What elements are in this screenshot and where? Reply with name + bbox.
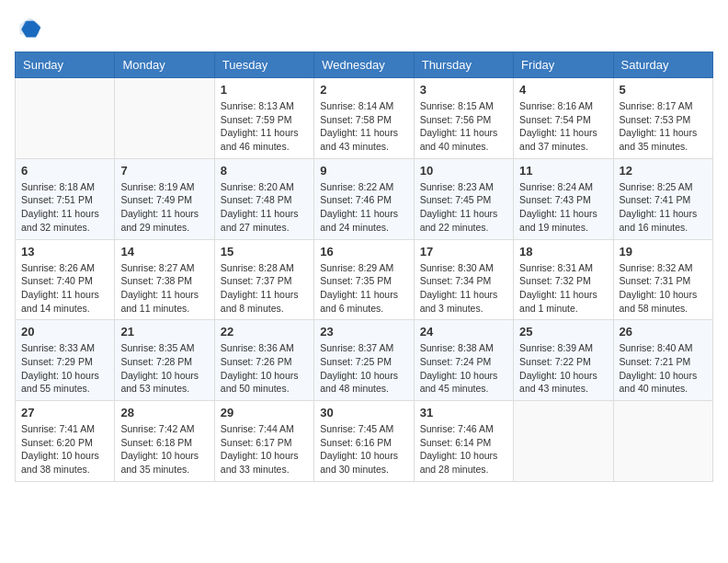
calendar-cell: 29Sunrise: 7:44 AM Sunset: 6:17 PM Dayli… bbox=[214, 401, 313, 482]
day-info: Sunrise: 8:31 AM Sunset: 7:32 PM Dayligh… bbox=[519, 261, 607, 316]
day-info: Sunrise: 8:14 AM Sunset: 7:58 PM Dayligh… bbox=[320, 99, 407, 154]
calendar-cell: 7Sunrise: 8:19 AM Sunset: 7:49 PM Daylig… bbox=[115, 158, 214, 239]
calendar-cell: 20Sunrise: 8:33 AM Sunset: 7:29 PM Dayli… bbox=[16, 320, 115, 401]
calendar-cell bbox=[16, 78, 115, 159]
calendar-cell: 4Sunrise: 8:16 AM Sunset: 7:54 PM Daylig… bbox=[514, 78, 613, 159]
day-info: Sunrise: 8:35 AM Sunset: 7:28 PM Dayligh… bbox=[120, 341, 208, 396]
calendar-cell: 30Sunrise: 7:45 AM Sunset: 6:16 PM Dayli… bbox=[314, 401, 414, 482]
calendar-week-row: 1Sunrise: 8:13 AM Sunset: 7:59 PM Daylig… bbox=[16, 78, 713, 159]
calendar-cell: 16Sunrise: 8:29 AM Sunset: 7:35 PM Dayli… bbox=[314, 239, 414, 320]
calendar-cell: 6Sunrise: 8:18 AM Sunset: 7:51 PM Daylig… bbox=[16, 158, 115, 239]
calendar-cell: 3Sunrise: 8:15 AM Sunset: 7:56 PM Daylig… bbox=[414, 78, 513, 159]
calendar-week-row: 20Sunrise: 8:33 AM Sunset: 7:29 PM Dayli… bbox=[16, 320, 713, 401]
day-info: Sunrise: 8:24 AM Sunset: 7:43 PM Dayligh… bbox=[519, 180, 607, 235]
calendar-cell: 12Sunrise: 8:25 AM Sunset: 7:41 PM Dayli… bbox=[613, 158, 712, 239]
calendar-table: SundayMondayTuesdayWednesdayThursdayFrid… bbox=[15, 52, 713, 482]
day-info: Sunrise: 7:46 AM Sunset: 6:14 PM Dayligh… bbox=[420, 422, 507, 477]
day-number: 27 bbox=[21, 406, 108, 419]
day-number: 28 bbox=[120, 406, 208, 419]
day-number: 20 bbox=[21, 325, 108, 339]
calendar-week-row: 13Sunrise: 8:26 AM Sunset: 7:40 PM Dayli… bbox=[16, 239, 713, 320]
day-info: Sunrise: 7:41 AM Sunset: 6:20 PM Dayligh… bbox=[21, 422, 108, 477]
calendar-cell: 31Sunrise: 7:46 AM Sunset: 6:14 PM Dayli… bbox=[414, 401, 513, 482]
calendar-cell: 5Sunrise: 8:17 AM Sunset: 7:53 PM Daylig… bbox=[613, 78, 712, 159]
column-header-wednesday: Wednesday bbox=[314, 52, 414, 78]
calendar-cell bbox=[115, 78, 214, 159]
day-info: Sunrise: 8:33 AM Sunset: 7:29 PM Dayligh… bbox=[21, 341, 108, 396]
column-header-saturday: Saturday bbox=[613, 52, 712, 78]
day-number: 5 bbox=[620, 83, 707, 97]
calendar-cell: 18Sunrise: 8:31 AM Sunset: 7:32 PM Dayli… bbox=[514, 239, 613, 320]
day-info: Sunrise: 8:29 AM Sunset: 7:35 PM Dayligh… bbox=[320, 261, 407, 316]
day-number: 4 bbox=[519, 83, 607, 97]
day-info: Sunrise: 7:45 AM Sunset: 6:16 PM Dayligh… bbox=[320, 422, 407, 477]
day-number: 2 bbox=[320, 83, 407, 97]
day-info: Sunrise: 8:25 AM Sunset: 7:41 PM Dayligh… bbox=[620, 180, 707, 235]
day-number: 25 bbox=[519, 325, 607, 339]
day-info: Sunrise: 7:42 AM Sunset: 6:18 PM Dayligh… bbox=[120, 422, 208, 477]
day-number: 11 bbox=[519, 164, 607, 178]
day-number: 3 bbox=[420, 83, 507, 97]
day-number: 7 bbox=[120, 164, 208, 178]
day-info: Sunrise: 8:32 AM Sunset: 7:31 PM Dayligh… bbox=[620, 261, 707, 316]
day-info: Sunrise: 8:36 AM Sunset: 7:26 PM Dayligh… bbox=[221, 341, 308, 396]
calendar-week-row: 6Sunrise: 8:18 AM Sunset: 7:51 PM Daylig… bbox=[16, 158, 713, 239]
day-info: Sunrise: 8:19 AM Sunset: 7:49 PM Dayligh… bbox=[120, 180, 208, 235]
calendar-cell: 1Sunrise: 8:13 AM Sunset: 7:59 PM Daylig… bbox=[214, 78, 313, 159]
day-number: 14 bbox=[120, 245, 208, 259]
day-number: 15 bbox=[221, 245, 308, 259]
calendar-cell: 24Sunrise: 8:38 AM Sunset: 7:24 PM Dayli… bbox=[414, 320, 513, 401]
calendar-cell: 26Sunrise: 8:40 AM Sunset: 7:21 PM Dayli… bbox=[613, 320, 712, 401]
calendar-cell: 17Sunrise: 8:30 AM Sunset: 7:34 PM Dayli… bbox=[414, 239, 513, 320]
day-number: 21 bbox=[120, 325, 208, 339]
calendar-header-row: SundayMondayTuesdayWednesdayThursdayFrid… bbox=[16, 52, 713, 78]
day-number: 30 bbox=[320, 406, 407, 419]
day-info: Sunrise: 8:17 AM Sunset: 7:53 PM Dayligh… bbox=[620, 99, 707, 154]
calendar-cell: 15Sunrise: 8:28 AM Sunset: 7:37 PM Dayli… bbox=[214, 239, 313, 320]
day-info: Sunrise: 8:38 AM Sunset: 7:24 PM Dayligh… bbox=[420, 341, 507, 396]
calendar-cell: 27Sunrise: 7:41 AM Sunset: 6:20 PM Dayli… bbox=[16, 401, 115, 482]
page-header bbox=[15, 15, 713, 44]
calendar-cell: 10Sunrise: 8:23 AM Sunset: 7:45 PM Dayli… bbox=[414, 158, 513, 239]
day-number: 22 bbox=[221, 325, 308, 339]
day-info: Sunrise: 8:27 AM Sunset: 7:38 PM Dayligh… bbox=[120, 261, 208, 316]
day-number: 13 bbox=[21, 245, 108, 259]
calendar-cell: 2Sunrise: 8:14 AM Sunset: 7:58 PM Daylig… bbox=[314, 78, 414, 159]
calendar-cell: 28Sunrise: 7:42 AM Sunset: 6:18 PM Dayli… bbox=[115, 401, 214, 482]
calendar-cell: 25Sunrise: 8:39 AM Sunset: 7:22 PM Dayli… bbox=[514, 320, 613, 401]
day-number: 6 bbox=[21, 164, 108, 178]
day-number: 18 bbox=[519, 245, 607, 259]
calendar-cell: 21Sunrise: 8:35 AM Sunset: 7:28 PM Dayli… bbox=[115, 320, 214, 401]
day-info: Sunrise: 8:18 AM Sunset: 7:51 PM Dayligh… bbox=[21, 180, 108, 235]
day-info: Sunrise: 8:20 AM Sunset: 7:48 PM Dayligh… bbox=[221, 180, 308, 235]
day-number: 19 bbox=[620, 245, 707, 259]
column-header-tuesday: Tuesday bbox=[214, 52, 313, 78]
day-info: Sunrise: 8:26 AM Sunset: 7:40 PM Dayligh… bbox=[21, 261, 108, 316]
day-number: 23 bbox=[320, 325, 407, 339]
day-info: Sunrise: 8:22 AM Sunset: 7:46 PM Dayligh… bbox=[320, 180, 407, 235]
calendar-cell: 22Sunrise: 8:36 AM Sunset: 7:26 PM Dayli… bbox=[214, 320, 313, 401]
column-header-monday: Monday bbox=[115, 52, 214, 78]
day-number: 17 bbox=[420, 245, 507, 259]
calendar-cell: 9Sunrise: 8:22 AM Sunset: 7:46 PM Daylig… bbox=[314, 158, 414, 239]
day-info: Sunrise: 8:28 AM Sunset: 7:37 PM Dayligh… bbox=[221, 261, 308, 316]
calendar-cell bbox=[613, 401, 712, 482]
day-number: 16 bbox=[320, 245, 407, 259]
column-header-sunday: Sunday bbox=[16, 52, 115, 78]
day-info: Sunrise: 8:13 AM Sunset: 7:59 PM Dayligh… bbox=[221, 99, 308, 154]
logo bbox=[15, 15, 46, 44]
day-info: Sunrise: 8:16 AM Sunset: 7:54 PM Dayligh… bbox=[519, 99, 607, 154]
day-number: 9 bbox=[320, 164, 407, 178]
calendar-cell: 23Sunrise: 8:37 AM Sunset: 7:25 PM Dayli… bbox=[314, 320, 414, 401]
calendar-cell: 19Sunrise: 8:32 AM Sunset: 7:31 PM Dayli… bbox=[613, 239, 712, 320]
day-info: Sunrise: 8:37 AM Sunset: 7:25 PM Dayligh… bbox=[320, 341, 407, 396]
day-info: Sunrise: 7:44 AM Sunset: 6:17 PM Dayligh… bbox=[221, 422, 308, 477]
day-info: Sunrise: 8:30 AM Sunset: 7:34 PM Dayligh… bbox=[420, 261, 507, 316]
day-info: Sunrise: 8:40 AM Sunset: 7:21 PM Dayligh… bbox=[620, 341, 707, 396]
day-number: 8 bbox=[221, 164, 308, 178]
day-number: 12 bbox=[620, 164, 707, 178]
day-number: 29 bbox=[221, 406, 308, 419]
day-info: Sunrise: 8:23 AM Sunset: 7:45 PM Dayligh… bbox=[420, 180, 507, 235]
day-number: 26 bbox=[620, 325, 707, 339]
day-number: 24 bbox=[420, 325, 507, 339]
